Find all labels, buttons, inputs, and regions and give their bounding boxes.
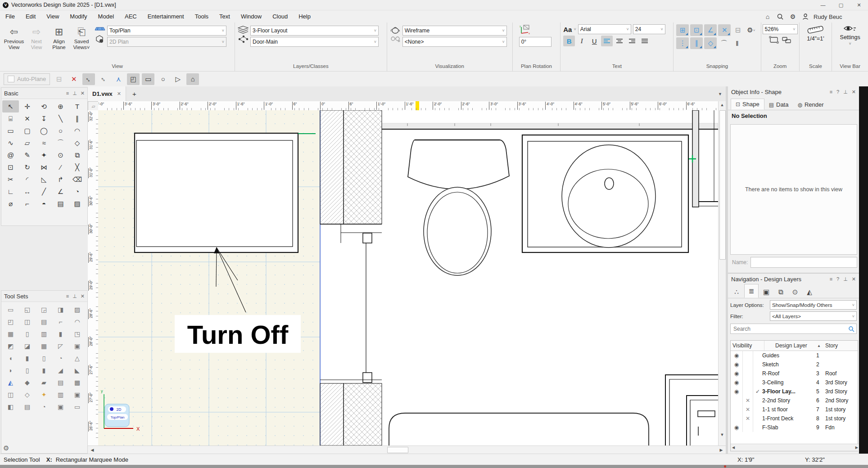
- handle-mode-icon[interactable]: ◰: [127, 73, 140, 85]
- wall-end-cap-tool-icon[interactable]: ◨: [52, 303, 69, 315]
- layer-row[interactable]: ◉ F-Slab 9 Fdn: [731, 423, 858, 432]
- rotate-tool-icon[interactable]: ↻: [19, 161, 36, 173]
- line-tool-icon[interactable]: ╲: [52, 112, 69, 125]
- text-tool-icon[interactable]: T: [69, 100, 86, 112]
- window-tool-icon[interactable]: ▥: [36, 328, 52, 340]
- col-story[interactable]: Story: [825, 342, 858, 349]
- spot-elevation-tool-icon[interactable]: ⌐: [52, 315, 69, 328]
- layer-row[interactable]: ◉ Sketch 2: [731, 360, 858, 369]
- shelf-tool-icon[interactable]: ▥: [52, 388, 69, 400]
- text-style-icon[interactable]: Aa: [563, 26, 572, 33]
- workspace-tool-icon[interactable]: ▭: [69, 400, 86, 413]
- wall-feature-tool-icon[interactable]: ▦: [2, 328, 19, 340]
- settings-button[interactable]: Settings: [840, 34, 860, 40]
- menu-item[interactable]: Model: [93, 11, 119, 22]
- layer-visible-icon[interactable]: ◉: [731, 351, 743, 360]
- corner-counter-tool-icon[interactable]: ◢: [52, 364, 69, 376]
- classes-icon[interactable]: [238, 35, 249, 43]
- shear-tool-icon[interactable]: ∕: [52, 161, 69, 173]
- regular-polygon-tool-icon[interactable]: ◇: [69, 137, 86, 149]
- maximize-button[interactable]: ▢: [832, 0, 850, 9]
- panel-tool-icon[interactable]: ▣: [69, 388, 86, 400]
- circle-tool-icon[interactable]: ◯: [36, 125, 52, 137]
- layer-row[interactable]: ✕ 1-1 st floor 7 1st story: [731, 405, 858, 414]
- menu-item[interactable]: Help: [293, 11, 316, 22]
- underline-button[interactable]: U: [588, 36, 600, 46]
- attribute-mapping-tool-icon[interactable]: ▨: [69, 198, 86, 210]
- minimize-button[interactable]: —: [814, 0, 832, 9]
- polygon-tool-icon[interactable]: ▱: [19, 137, 36, 149]
- bold-button[interactable]: B: [563, 36, 575, 46]
- symbol-tool-icon[interactable]: ◇: [19, 388, 36, 400]
- eraser-tool-icon[interactable]: ⌫: [69, 173, 86, 185]
- scale-value[interactable]: 1/4"=1': [807, 36, 824, 42]
- connect-combine-tool-icon[interactable]: ∟: [2, 185, 19, 198]
- layer-visible-icon[interactable]: [731, 396, 743, 405]
- filter-dropdown[interactable]: <All Layers>˅: [770, 311, 857, 321]
- layer-row[interactable]: ✕ 2-2nd Story 6 2nd Story: [731, 396, 858, 405]
- lasso-marquee-icon[interactable]: ○: [157, 73, 169, 85]
- palette-pin-icon[interactable]: ⊥: [72, 90, 77, 96]
- render-style-dropdown[interactable]: <None>˅: [402, 37, 507, 47]
- nav-structure-icon[interactable]: ∴: [730, 286, 743, 298]
- layer-search-box[interactable]: [730, 324, 857, 334]
- double-line-tool-icon[interactable]: ∥: [69, 112, 86, 125]
- spiral-tool-icon[interactable]: @: [2, 149, 19, 161]
- menu-item[interactable]: Text: [214, 11, 235, 22]
- home-icon[interactable]: ⌂: [763, 13, 772, 20]
- left-wall-lower[interactable]: [320, 380, 382, 446]
- fixture-tool-icon[interactable]: ▰: [36, 376, 52, 388]
- wall-join2-tool-icon[interactable]: ◲: [36, 303, 52, 315]
- layer-hidden-icon[interactable]: [743, 387, 753, 396]
- spline-tool-icon[interactable]: ⌒: [52, 137, 69, 149]
- massing-model-tool-icon[interactable]: ◭: [2, 376, 19, 388]
- palette-close-icon[interactable]: ✕: [81, 293, 85, 299]
- active-class-dropdown[interactable]: Door-Main˅: [250, 37, 379, 47]
- menu-item[interactable]: Cloud: [267, 11, 293, 22]
- palette-settings-gear-icon[interactable]: ⚙: [3, 444, 9, 452]
- nav-sheet-layers-icon[interactable]: ▣: [760, 286, 773, 298]
- pilaster-tool-icon[interactable]: ▯: [36, 352, 52, 364]
- wall-join-tool-icon[interactable]: ◱: [19, 303, 36, 315]
- screen-plane-icon[interactable]: [95, 26, 105, 33]
- layer-hidden-icon[interactable]: [743, 360, 753, 369]
- equipment-tool-icon[interactable]: ▤: [19, 400, 36, 413]
- space-tool-icon[interactable]: ◳: [69, 328, 86, 340]
- scroll-down-icon[interactable]: ▼: [719, 431, 726, 438]
- fit-walls-tool-icon[interactable]: ◸: [52, 340, 69, 352]
- layer-row[interactable]: ✕ 1-Front Deck 8 1st story: [731, 414, 858, 423]
- layer-visible-icon[interactable]: [731, 414, 743, 423]
- ruler-origin-button[interactable]: ▱: [88, 101, 99, 111]
- layer-hidden-icon[interactable]: [743, 423, 753, 432]
- layer-hidden-icon[interactable]: [743, 378, 753, 387]
- user-name[interactable]: Rudy Beuc: [814, 14, 842, 20]
- radial-dim-tool-icon[interactable]: ◔: [69, 185, 86, 198]
- new-tab-button[interactable]: +: [132, 90, 136, 98]
- font-size-dropdown[interactable]: 24˅: [633, 24, 665, 34]
- protractor-tool-icon[interactable]: ◓: [36, 198, 52, 210]
- menu-item[interactable]: View: [41, 11, 64, 22]
- screen-plane-icon[interactable]: ⊟: [53, 73, 65, 85]
- menu-item[interactable]: Modify: [64, 11, 92, 22]
- canvas-vertical-scrollbar[interactable]: ▲ ▼: [718, 101, 726, 446]
- h-scroll-thumb[interactable]: [387, 447, 408, 453]
- constrained-dim-tool-icon[interactable]: ↔: [19, 185, 36, 198]
- scroll-up-icon[interactable]: ▲: [719, 101, 726, 108]
- view-mode-dropdown[interactable]: Top/Plan˅: [107, 26, 226, 36]
- table-header[interactable]: Visibility Design Layer ▲ Story: [731, 341, 858, 351]
- align-left-button[interactable]: [601, 36, 613, 46]
- auto-plane-checkbox[interactable]: [8, 76, 14, 82]
- furniture-tool-icon[interactable]: ◆: [19, 376, 36, 388]
- zoom-tool-icon[interactable]: ⊕: [52, 100, 69, 112]
- cloud-settings-gear-icon[interactable]: ⚙: [788, 13, 797, 20]
- palette-pin-icon[interactable]: ⊥: [72, 293, 77, 299]
- floor-drain-tool-icon[interactable]: △: [69, 352, 86, 364]
- force-constrain-icon[interactable]: ✕: [68, 73, 80, 85]
- layers-icon[interactable]: [238, 26, 249, 34]
- fit-page-icon[interactable]: [769, 36, 779, 44]
- rectangle-tool-icon[interactable]: ▭: [2, 125, 19, 137]
- search-icon[interactable]: [777, 13, 784, 20]
- multiple-reshape-icon[interactable]: ⇔: [97, 73, 110, 85]
- previous-view-button[interactable]: ⇦ Previous View: [3, 24, 25, 50]
- offset-tool-icon[interactable]: ↱: [52, 173, 69, 185]
